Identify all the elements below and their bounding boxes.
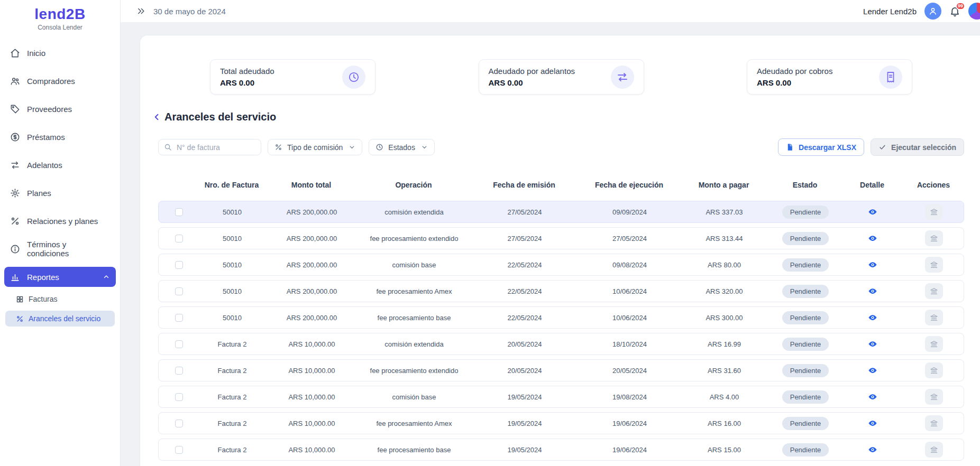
user-avatar[interactable] <box>924 3 941 20</box>
sidebar-item-compradores[interactable]: Compradores <box>4 71 116 91</box>
row-checkbox[interactable] <box>175 367 183 375</box>
person-icon <box>928 6 938 16</box>
eye-icon[interactable] <box>868 207 877 217</box>
filters-row: Tipo de comisión Estados Descargar XLSX … <box>158 138 964 156</box>
sidebar-item-label: Facturas <box>29 295 57 303</box>
status-cell: Pendiente <box>769 285 842 298</box>
execute-selection-button[interactable]: Ejecutar selección <box>871 138 964 156</box>
column-header: Fecha de ejecución <box>579 181 679 189</box>
chevron-down-icon <box>349 144 355 151</box>
states-filter[interactable]: Estados <box>369 139 435 155</box>
logo: lend2B <box>0 6 120 22</box>
search-input[interactable] <box>176 143 255 152</box>
row-checkbox[interactable] <box>175 314 183 322</box>
operation-cell: comisión extendida <box>359 208 470 216</box>
double-chevron-right-icon[interactable] <box>136 6 146 16</box>
row-checkbox[interactable] <box>175 446 183 454</box>
bank-action-button[interactable] <box>925 415 943 431</box>
sidebar: lend2B Consola Lender Inicio Compradores… <box>0 0 121 466</box>
document-icon <box>786 143 794 151</box>
eye-icon[interactable] <box>868 313 877 322</box>
notification-badge: 99 <box>956 2 965 10</box>
download-xlsx-button[interactable]: Descargar XLSX <box>778 138 864 156</box>
secondary-avatar[interactable] <box>968 3 980 20</box>
issue-date-cell: 22/05/2024 <box>470 261 580 269</box>
sidebar-item-prestamos[interactable]: Préstamos <box>4 127 116 147</box>
chart-icon <box>10 272 20 282</box>
bank-action-button[interactable] <box>925 336 943 352</box>
coin-icon <box>10 132 20 142</box>
sidebar-item-terminos[interactable]: Términos y condiciones <box>4 239 116 259</box>
clock-icon <box>375 143 383 151</box>
actions-cell <box>903 362 965 378</box>
sidebar-item-planes[interactable]: Planes <box>4 183 116 203</box>
bank-action-button[interactable] <box>925 389 943 405</box>
invoice-cell: Factura 2 <box>199 367 265 375</box>
column-header: Detalle <box>841 181 903 189</box>
column-header: Nro. de Factura <box>199 181 264 189</box>
total-amount-cell: ARS 10,000.00 <box>265 420 359 427</box>
eye-icon[interactable] <box>868 366 877 375</box>
eye-icon[interactable] <box>868 392 877 402</box>
eye-icon[interactable] <box>868 445 877 454</box>
chevron-up-icon <box>103 273 110 281</box>
checkbox-cell <box>159 445 199 454</box>
status-badge: Pendiente <box>782 338 829 351</box>
row-checkbox[interactable] <box>175 420 183 427</box>
card-value: ARS 0.00 <box>757 78 832 87</box>
row-checkbox[interactable] <box>175 393 183 401</box>
bank-action-button[interactable] <box>925 310 943 325</box>
detail-cell <box>842 418 903 428</box>
amount-to-pay-cell: ARS 300.00 <box>680 314 769 322</box>
tag-icon <box>10 104 20 114</box>
bank-action-button[interactable] <box>925 362 943 378</box>
bank-action-button[interactable] <box>925 283 943 299</box>
eye-icon[interactable] <box>868 260 877 269</box>
grid-icon <box>16 295 24 303</box>
bank-action-button[interactable] <box>925 442 943 458</box>
eye-icon[interactable] <box>868 418 877 428</box>
sidebar-item-proveedores[interactable]: Proveedores <box>4 99 116 119</box>
eye-icon[interactable] <box>868 339 877 349</box>
sidebar-item-label: Adelantos <box>27 161 62 170</box>
gear-icon <box>10 188 20 198</box>
invoice-cell: 50010 <box>199 287 265 295</box>
status-cell: Pendiente <box>769 232 842 245</box>
status-badge: Pendiente <box>782 232 829 245</box>
row-checkbox[interactable] <box>175 235 183 243</box>
table-row: Factura 2 ARS 10,000.00 fee procesamient… <box>158 412 964 434</box>
actions-cell <box>903 442 965 458</box>
eye-icon[interactable] <box>868 234 877 243</box>
clock-icon <box>342 66 365 89</box>
filter-label: Tipo de comisión <box>287 143 343 152</box>
amount-to-pay-cell: ARS 31.60 <box>680 367 769 375</box>
users-icon <box>10 76 20 86</box>
sidebar-item-label: Términos y condiciones <box>27 240 110 258</box>
row-checkbox[interactable] <box>175 340 183 348</box>
row-checkbox[interactable] <box>175 287 183 295</box>
sidebar-item-inicio[interactable]: Inicio <box>4 43 116 63</box>
total-amount-cell: ARS 10,000.00 <box>265 393 359 401</box>
column-header: Operación <box>358 181 469 189</box>
sidebar-item-adelantos[interactable]: Adelantos <box>4 155 116 175</box>
row-checkbox[interactable] <box>175 208 183 216</box>
bank-action-button[interactable] <box>925 230 943 246</box>
sidebar-item-aranceles[interactable]: Aranceles del servicio <box>5 311 115 327</box>
actions-cell <box>903 389 965 405</box>
sidebar-item-relaciones[interactable]: Relaciones y planes <box>4 211 116 231</box>
bank-action-button[interactable] <box>925 257 943 273</box>
card-title: Adeudado por cobros <box>757 67 832 76</box>
column-header: Estado <box>768 181 841 189</box>
sidebar-item-reportes[interactable]: Reportes <box>4 267 116 287</box>
card-title: Adeudado por adelantos <box>489 67 575 76</box>
eye-icon[interactable] <box>868 286 877 296</box>
sidebar-item-facturas[interactable]: Facturas <box>5 291 115 307</box>
back-chevron-icon[interactable] <box>152 112 162 122</box>
commission-type-filter[interactable]: Tipo de comisión <box>268 139 362 155</box>
bank-action-button[interactable] <box>925 204 943 220</box>
check-icon <box>878 143 886 151</box>
row-checkbox[interactable] <box>175 261 183 269</box>
detail-cell <box>842 207 903 217</box>
sidebar-item-label: Inicio <box>27 49 45 58</box>
notifications-button[interactable]: 99 <box>949 6 960 17</box>
